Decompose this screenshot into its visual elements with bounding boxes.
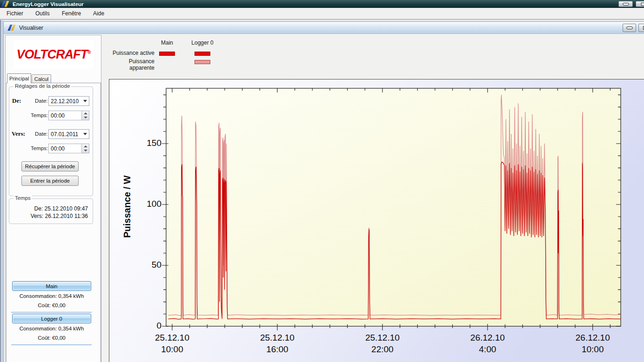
x-tick-label: 25.12.1016:00	[245, 332, 310, 355]
from-date-label: Date:	[35, 98, 48, 104]
app-title: EnergyLogger Visualisateur	[13, 1, 84, 7]
main-consumption: Consommation: 0,354 kWh	[7, 293, 97, 299]
menu-fichier[interactable]: Fichier	[1, 8, 29, 19]
inner-maximize-button[interactable]	[638, 24, 644, 32]
voltcraft-logo: VOLTCRAFT®	[14, 40, 94, 69]
sidebar-panel: VOLTCRAFT® Principal Calcul Réglages de …	[5, 35, 101, 362]
x-tick-label: 26.12.1010:00	[560, 332, 625, 355]
to-date-combobox[interactable]: 07.01.2011	[48, 129, 89, 139]
period-group-title: Réglages de la période	[13, 83, 71, 89]
period-settings-group: Réglages de la période De: Date: 22.12.2…	[9, 86, 93, 196]
chevron-down-icon	[83, 100, 87, 102]
visualiser-window: Visualiser VOLTCRAFT® Principal Calcul R…	[3, 21, 644, 362]
minimize-icon	[623, 3, 629, 6]
to-time-spinner[interactable]: 00:00	[48, 144, 89, 153]
to-time-value: 00:00	[51, 145, 65, 152]
spinner-down-icon	[84, 150, 87, 151]
from-time-label: Temps:	[31, 112, 48, 118]
minimize-button[interactable]	[618, 1, 633, 7]
spinner-up-icon	[84, 145, 87, 147]
active-main-swatch	[159, 52, 175, 56]
time-range-group: Temps De: 25.12.2010 09:47 Vers: 26.12.2…	[9, 198, 93, 224]
time-group-title: Temps	[13, 195, 32, 201]
time-range-to: Vers: 26.12.2010 11:36	[31, 213, 88, 219]
enter-period-button[interactable]: Entrer la période	[21, 176, 79, 186]
visualiser-title: Visualiser	[19, 25, 43, 31]
main-logger-button[interactable]: Main	[12, 281, 91, 291]
from-time-value: 00:00	[51, 112, 65, 119]
legend-row-active-label: Puissance active	[108, 50, 154, 56]
spinner-buttons[interactable]	[81, 111, 89, 120]
apparent-logger0-swatch	[195, 60, 210, 64]
app-titlebar: EnergyLogger Visualisateur	[0, 0, 644, 8]
menu-bar: Fichier Outils Fenêtre Aide	[0, 8, 644, 20]
y-tick-label: 0	[125, 321, 161, 331]
main-cost: Coût: €0,00	[7, 303, 97, 308]
x-tick-label: 25.12.1022:00	[350, 332, 415, 355]
chevron-down-icon	[83, 133, 87, 135]
divider	[11, 344, 92, 345]
legend-column-main: Main	[148, 39, 186, 46]
to-date-label: Date:	[35, 131, 48, 137]
spinner-buttons[interactable]	[81, 144, 89, 153]
time-range-from: De: 25.12.2010 09:47	[34, 205, 88, 212]
from-date-combobox[interactable]: 22.12.2010	[48, 96, 89, 106]
fetch-period-button[interactable]: Récupérer la période	[21, 161, 79, 171]
maximize-icon	[641, 2, 644, 6]
inner-minimize-icon	[626, 26, 632, 29]
power-chart[interactable]	[161, 82, 644, 342]
menu-aide[interactable]: Aide	[87, 8, 110, 19]
tab-calcul[interactable]: Calcul	[32, 74, 51, 83]
to-time-label: Temps:	[31, 145, 48, 151]
maximize-button[interactable]	[636, 1, 644, 7]
inner-minimize-button[interactable]	[623, 24, 636, 32]
active-logger0-swatch	[195, 52, 210, 56]
screen: { "window": { "title": "EnergyLogger Vis…	[0, 0, 644, 362]
visualiser-icon	[8, 25, 16, 31]
spinner-up-icon	[84, 112, 87, 114]
tab-principal[interactable]: Principal	[7, 73, 31, 83]
y-tick-label: 100	[125, 199, 161, 209]
logger0-cost: Coût: €0,00	[7, 335, 97, 341]
y-tick-label: 150	[125, 138, 161, 148]
visualiser-titlebar[interactable]: Visualiser	[4, 22, 644, 34]
divider	[11, 312, 92, 313]
from-time-spinner[interactable]: 00:00	[48, 111, 89, 120]
logger0-consumption: Consommation: 0,354 kWh	[7, 326, 97, 331]
to-label: Vers:	[12, 130, 25, 138]
from-label: De:	[12, 97, 21, 105]
tab-page-principal: Réglages de la période De: Date: 22.12.2…	[6, 83, 101, 362]
legend-row-apparent-label: Puissance apparente	[108, 58, 154, 71]
window-left-frame	[0, 20, 3, 362]
spinner-down-icon	[84, 117, 87, 118]
from-date-value: 22.12.2010	[51, 98, 79, 105]
y-tick-label: 50	[125, 260, 161, 270]
menu-outils[interactable]: Outils	[30, 8, 55, 19]
chart-legend: Main Logger 0 Puissance active Puissance…	[108, 35, 304, 79]
x-tick-label: 25.12.1010:00	[140, 332, 205, 355]
legend-column-logger0: Logger 0	[184, 39, 221, 46]
logo-text: VOLTCRAFT	[17, 47, 87, 61]
logger0-button[interactable]: Logger 0	[12, 314, 91, 323]
logo-registered-mark: ®	[87, 50, 91, 55]
x-tick-label: 26.12.104:00	[455, 332, 520, 355]
to-date-value: 07.01.2011	[51, 131, 78, 138]
chart-widget[interactable]: Puissance / W 05010015025.12.1010:0025.1…	[109, 79, 644, 362]
app-icon	[1, 1, 10, 7]
menu-fenetre[interactable]: Fenêtre	[56, 8, 87, 19]
